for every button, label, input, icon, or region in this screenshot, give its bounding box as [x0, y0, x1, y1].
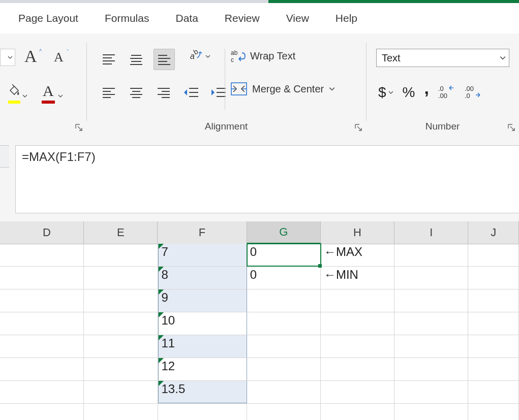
- cell-E1[interactable]: [84, 244, 158, 266]
- accounting-format-button[interactable]: $: [378, 84, 393, 101]
- cell-E5[interactable]: [84, 335, 158, 358]
- cell-I5[interactable]: [394, 335, 468, 358]
- cell-G7[interactable]: [247, 381, 321, 403]
- cell-I7[interactable]: [394, 381, 468, 403]
- column-header-H[interactable]: H: [321, 221, 394, 244]
- decrease-font-size-button[interactable]: Aˇ: [54, 50, 64, 65]
- tab-page-layout[interactable]: Page Layout: [18, 12, 78, 24]
- tab-view[interactable]: View: [286, 12, 309, 24]
- cell-J8[interactable]: [468, 404, 519, 420]
- cell-J2[interactable]: [468, 267, 519, 289]
- cell-J6[interactable]: [468, 358, 519, 380]
- cell-H4[interactable]: [321, 312, 394, 335]
- cell-F7[interactable]: 13.5: [158, 381, 247, 403]
- merge-center-button[interactable]: Merge & Center: [231, 82, 335, 95]
- increase-decimal-button[interactable]: .0 .00: [438, 84, 455, 101]
- align-left-button[interactable]: [99, 82, 119, 103]
- cell-I6[interactable]: [394, 358, 468, 380]
- cell-J7[interactable]: [468, 381, 519, 403]
- font-size-dropdown[interactable]: [0, 49, 15, 66]
- cell-I3[interactable]: [394, 289, 468, 312]
- cell-E2[interactable]: [84, 267, 158, 289]
- spreadsheet-grid[interactable]: DEFGHIJ 70←MAX80←MIN910111213.5: [0, 221, 519, 420]
- cell-J1[interactable]: [468, 244, 519, 266]
- font-group-launcher[interactable]: [74, 123, 83, 132]
- percent-format-button[interactable]: %: [403, 84, 415, 101]
- number-group-launcher[interactable]: [507, 123, 516, 132]
- cell-H1[interactable]: ←MAX: [321, 244, 394, 266]
- cell-E4[interactable]: [84, 312, 158, 335]
- tab-review[interactable]: Review: [225, 12, 260, 24]
- cell-G8[interactable]: [247, 404, 321, 420]
- cell-F2[interactable]: 8: [158, 267, 247, 289]
- fill-color-button[interactable]: [7, 83, 27, 104]
- chevron-down-icon[interactable]: [22, 93, 27, 99]
- cell-I1[interactable]: [394, 244, 468, 266]
- cell-H3[interactable]: [321, 289, 394, 312]
- cell-F3[interactable]: 9: [158, 289, 247, 312]
- tab-help[interactable]: Help: [335, 12, 357, 24]
- wrap-text-button[interactable]: ab c Wrap Text: [231, 49, 295, 63]
- chevron-down-icon[interactable]: [58, 93, 63, 99]
- column-header-J[interactable]: J: [468, 221, 519, 244]
- cell-D1[interactable]: [10, 244, 84, 266]
- align-center-button[interactable]: [126, 82, 146, 103]
- cell-D4[interactable]: [10, 312, 84, 335]
- tab-data[interactable]: Data: [175, 12, 198, 24]
- cell-G6[interactable]: [247, 358, 321, 380]
- decrease-decimal-button[interactable]: .00 .0: [465, 84, 482, 101]
- align-bottom-button[interactable]: [154, 49, 175, 70]
- formula-bar[interactable]: =MAX(F1:F7): [15, 145, 519, 213]
- increase-indent-button[interactable]: [208, 82, 229, 103]
- font-color-button[interactable]: A: [42, 83, 67, 104]
- cell-D8[interactable]: [10, 404, 84, 420]
- column-header-F[interactable]: F: [158, 221, 247, 244]
- cell-J4[interactable]: [468, 312, 519, 335]
- cell-D2[interactable]: [10, 267, 84, 289]
- chevron-down-icon[interactable]: [329, 86, 335, 92]
- cell-G2[interactable]: 0: [247, 267, 321, 289]
- cell-D7[interactable]: [10, 381, 84, 403]
- cell-E7[interactable]: [84, 381, 158, 403]
- cell-H8[interactable]: [321, 404, 394, 420]
- align-middle-button[interactable]: [126, 49, 146, 70]
- cell-G5[interactable]: [247, 335, 321, 358]
- column-header-G[interactable]: G: [247, 221, 321, 244]
- cell-J5[interactable]: [468, 335, 519, 358]
- cell-G4[interactable]: [247, 312, 321, 335]
- cell-D6[interactable]: [10, 358, 84, 380]
- cell-F8[interactable]: [158, 404, 247, 420]
- cell-E8[interactable]: [84, 404, 158, 420]
- cell-H5[interactable]: [321, 335, 394, 358]
- name-box-edge[interactable]: [0, 145, 9, 168]
- cell-E6[interactable]: [84, 358, 158, 380]
- tab-formulas[interactable]: Formulas: [105, 12, 149, 24]
- cell-F1[interactable]: 7: [158, 244, 247, 266]
- cell-J3[interactable]: [468, 289, 519, 312]
- cell-F6[interactable]: 12: [158, 358, 247, 380]
- cell-H7[interactable]: [321, 381, 394, 403]
- align-top-button[interactable]: [99, 49, 119, 70]
- cell-F5[interactable]: 11: [158, 335, 247, 358]
- cell-I2[interactable]: [394, 267, 468, 289]
- cell-H6[interactable]: [321, 358, 394, 380]
- column-header-D[interactable]: D: [10, 221, 84, 244]
- alignment-group-launcher[interactable]: [354, 123, 363, 132]
- align-right-button[interactable]: [154, 82, 174, 103]
- cell-I8[interactable]: [394, 404, 468, 420]
- cell-I4[interactable]: [394, 312, 468, 335]
- column-header-E[interactable]: E: [84, 221, 158, 244]
- cell-G1[interactable]: 0: [247, 244, 321, 266]
- decrease-indent-button[interactable]: [181, 82, 201, 103]
- comma-format-button[interactable]: ,: [424, 78, 429, 98]
- cell-D5[interactable]: [10, 335, 84, 358]
- cell-E3[interactable]: [84, 289, 158, 312]
- column-header-I[interactable]: I: [394, 221, 468, 244]
- cell-H2[interactable]: ←MIN: [321, 267, 394, 289]
- orientation-button[interactable]: a b: [188, 49, 210, 64]
- number-format-dropdown[interactable]: Text: [376, 49, 509, 67]
- cell-G3[interactable]: [247, 289, 321, 312]
- cell-F4[interactable]: 10: [158, 312, 247, 335]
- cell-D3[interactable]: [10, 289, 84, 312]
- fill-handle[interactable]: [318, 264, 322, 268]
